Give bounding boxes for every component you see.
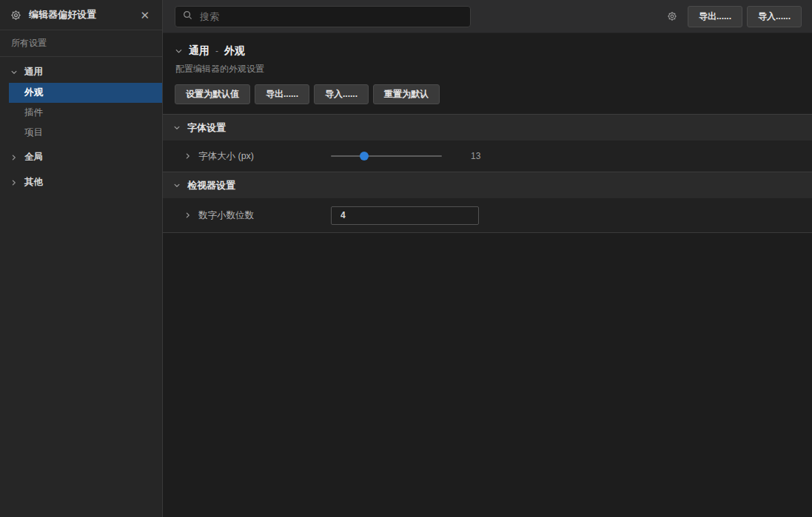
page-title: 外观	[224, 44, 245, 58]
breadcrumb-group: 通用	[189, 44, 209, 58]
section-title: 字体设置	[187, 121, 226, 135]
font-size-value: 13	[471, 151, 480, 161]
chevron-down-icon	[175, 47, 183, 55]
import-settings-button[interactable]: 导入......	[314, 84, 369, 104]
section-rows: 字体大小 (px) 13	[163, 141, 812, 172]
sidebar-item-other[interactable]: 其他	[0, 172, 162, 193]
settings-tree: 通用 外观 插件 项目 全局	[0, 57, 162, 193]
main-panel: 导出...... 导入...... 通用 - 外观 配置编辑器的外观设置 设置为…	[163, 0, 812, 517]
setting-row-font-size: 字体大小 (px) 13	[163, 141, 812, 172]
chevron-down-icon	[10, 69, 18, 76]
export-settings-button[interactable]: 导出......	[255, 84, 309, 104]
sidebar-item-general[interactable]: 通用	[0, 61, 162, 83]
sidebar-header: 编辑器偏好设置 ✕	[0, 0, 162, 30]
sidebar: 编辑器偏好设置 ✕ 所有设置 通用 外观 插件 项目	[0, 0, 163, 517]
chevron-right-icon	[184, 212, 192, 219]
tree-item-label: 外观	[24, 87, 43, 99]
section-font-settings: 字体设置 字体大小 (px) 1	[163, 114, 812, 172]
sidebar-item-project[interactable]: 项目	[0, 123, 162, 143]
search-input[interactable]	[198, 10, 463, 23]
sidebar-item-appearance[interactable]: 外观	[9, 83, 162, 103]
sidebar-item-global[interactable]: 全局	[0, 146, 162, 168]
import-button[interactable]: 导入......	[747, 6, 802, 27]
search-box[interactable]	[175, 6, 471, 27]
reset-default-button[interactable]: 重置为默认	[373, 84, 440, 104]
gear-icon	[10, 10, 21, 21]
section-rows: 数字小数位数	[163, 198, 812, 233]
preferences-window: 编辑器偏好设置 ✕ 所有设置 通用 外观 插件 项目	[0, 0, 812, 517]
export-button[interactable]: 导出......	[688, 6, 742, 27]
page-subtitle: 配置编辑器的外观设置	[175, 63, 800, 75]
tree-group-label: 通用	[24, 66, 43, 78]
setting-label: 数字小数位数	[198, 209, 254, 222]
section-header-inspector[interactable]: 检视器设置	[163, 172, 812, 198]
slider-track[interactable]	[331, 155, 442, 157]
decimal-places-input[interactable]	[331, 206, 479, 225]
section-header-font[interactable]: 字体设置	[163, 114, 812, 141]
page-header: 通用 - 外观 配置编辑器的外观设置 设置为默认值 导出...... 导入...…	[163, 33, 812, 114]
tree-item-label: 项目	[24, 126, 43, 139]
top-toolbar: 导出...... 导入......	[163, 0, 812, 33]
setting-label-wrap[interactable]: 数字小数位数	[163, 209, 331, 222]
chevron-down-icon	[173, 124, 181, 132]
close-icon[interactable]: ✕	[138, 8, 152, 22]
sidebar-item-all-settings[interactable]: 所有设置	[0, 30, 162, 57]
sidebar-item-plugins[interactable]: 插件	[0, 103, 162, 123]
setting-row-decimal-places: 数字小数位数	[163, 198, 812, 232]
font-size-slider[interactable]	[331, 151, 442, 161]
chevron-right-icon	[10, 179, 18, 186]
all-settings-label: 所有设置	[11, 37, 47, 50]
tree-group-label: 全局	[24, 151, 43, 163]
section-inspector-settings: 检视器设置 数字小数位数	[163, 172, 812, 233]
settings-gear-icon[interactable]	[667, 11, 677, 21]
setting-label: 字体大小 (px)	[198, 150, 254, 163]
chevron-down-icon	[173, 182, 181, 189]
page-actions: 设置为默认值 导出...... 导入...... 重置为默认	[175, 84, 800, 104]
chevron-right-icon	[184, 152, 192, 160]
section-title: 检视器设置	[187, 179, 235, 192]
set-default-button[interactable]: 设置为默认值	[175, 84, 250, 104]
slider-thumb[interactable]	[360, 152, 369, 160]
chevron-right-icon	[10, 154, 18, 161]
setting-label-wrap[interactable]: 字体大小 (px)	[163, 150, 331, 163]
window-title: 编辑器偏好设置	[29, 8, 138, 21]
breadcrumb[interactable]: 通用 - 外观	[175, 44, 800, 58]
breadcrumb-separator: -	[215, 46, 218, 56]
settings-content: 通用 - 外观 配置编辑器的外观设置 设置为默认值 导出...... 导入...…	[163, 33, 812, 517]
search-icon	[183, 10, 192, 23]
tree-item-label: 插件	[24, 107, 43, 119]
tree-group-label: 其他	[24, 176, 43, 189]
